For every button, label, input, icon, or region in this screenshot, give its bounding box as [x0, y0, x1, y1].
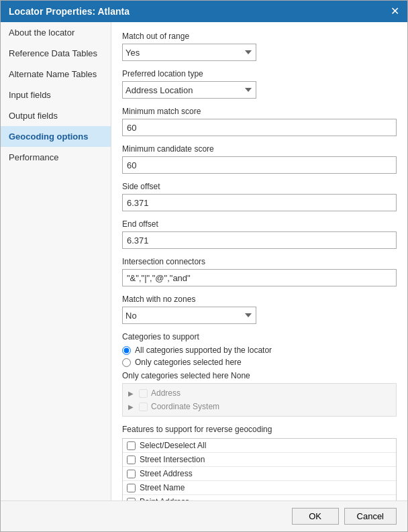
reverse-row-point-address: Point Address — [123, 495, 396, 500]
dialog-body: About the locator Reference Data Tables … — [1, 22, 407, 500]
match-no-zones-group: Match with no zones No Yes — [122, 295, 397, 324]
side-offset-input[interactable] — [122, 194, 397, 211]
radio-selected-categories: Only categories selected here — [122, 358, 397, 367]
reverse-label-street-intersection: Street Intersection — [140, 455, 205, 464]
reverse-checkbox-select-all[interactable] — [127, 441, 136, 450]
radio-all-categories-label: All categories supported by the locator — [135, 345, 272, 355]
reverse-row-street-address: Street Address — [123, 467, 396, 481]
preferred-location-type-group: Preferred location type Address Location… — [122, 69, 397, 99]
minimum-candidate-score-label: Minimum candidate score — [122, 144, 397, 154]
dialog-footer: OK Cancel — [1, 500, 407, 531]
sidebar-item-about[interactable]: About the locator — [1, 22, 111, 43]
sidebar-item-input[interactable]: Input fields — [1, 85, 111, 105]
minimum-match-score-group: Minimum match score — [122, 107, 397, 136]
match-out-of-range-label: Match out of range — [122, 32, 397, 41]
radio-selected-categories-label: Only categories selected here — [135, 358, 242, 367]
end-offset-label: End offset — [122, 219, 397, 229]
reverse-row-select-all: Select/Deselect All — [123, 439, 396, 453]
end-offset-group: End offset — [122, 219, 397, 249]
reverse-geocoding-table: Select/Deselect All Street Intersection … — [122, 438, 397, 500]
sidebar: About the locator Reference Data Tables … — [1, 22, 111, 500]
categories-tree: ▶ Address ▶ Coordinate System — [122, 383, 397, 417]
reverse-geocoding-title: Features to support for reverse geocodin… — [122, 425, 397, 434]
tree-item-address: ▶ Address — [125, 386, 393, 400]
minimum-match-score-label: Minimum match score — [122, 107, 397, 116]
end-offset-input[interactable] — [122, 231, 397, 249]
reverse-geocoding-group: Features to support for reverse geocodin… — [122, 425, 397, 500]
reverse-label-select-all: Select/Deselect All — [140, 441, 206, 450]
tree-checkbox-address[interactable] — [139, 389, 148, 398]
side-offset-label: Side offset — [122, 182, 397, 191]
intersection-connectors-group: Intersection connectors — [122, 257, 397, 286]
close-button[interactable]: ✕ — [391, 6, 399, 17]
intersection-connectors-input[interactable] — [122, 269, 397, 286]
match-out-of-range-select[interactable]: Yes No — [122, 44, 256, 61]
radio-all-categories-input[interactable] — [122, 346, 131, 355]
dialog-window: Locator Properties: Atlanta ✕ About the … — [0, 0, 408, 532]
cancel-button[interactable]: Cancel — [344, 508, 397, 525]
tree-arrow-address: ▶ — [128, 389, 136, 397]
reverse-checkbox-street-address[interactable] — [127, 470, 136, 478]
dialog-title: Locator Properties: Atlanta — [9, 6, 130, 17]
tree-label-address: Address — [151, 388, 181, 398]
categories-section: Categories to support All categories sup… — [122, 332, 397, 417]
reverse-row-street-name: Street Name — [123, 481, 396, 495]
ok-button[interactable]: OK — [292, 508, 339, 525]
title-bar: Locator Properties: Atlanta ✕ — [1, 1, 407, 22]
minimum-candidate-score-group: Minimum candidate score — [122, 144, 397, 174]
radio-all-categories: All categories supported by the locator — [122, 345, 397, 355]
minimum-match-score-input[interactable] — [122, 119, 397, 136]
minimum-candidate-score-input[interactable] — [122, 156, 397, 174]
sidebar-item-geocoding[interactable]: Geocoding options — [1, 126, 111, 147]
sidebar-item-alternate[interactable]: Alternate Name Tables — [1, 64, 111, 85]
tree-checkbox-coordinate[interactable] — [139, 403, 148, 411]
side-offset-group: Side offset — [122, 182, 397, 211]
reverse-label-street-name: Street Name — [140, 483, 185, 492]
match-out-of-range-group: Match out of range Yes No — [122, 32, 397, 61]
match-no-zones-select[interactable]: No Yes — [122, 307, 256, 324]
preferred-location-type-select[interactable]: Address Location Routing Location — [122, 81, 256, 99]
radio-selected-categories-input[interactable] — [122, 358, 131, 367]
reverse-checkbox-street-intersection[interactable] — [127, 456, 136, 464]
main-content: Match out of range Yes No Preferred loca… — [111, 22, 407, 500]
reverse-row-street-intersection: Street Intersection — [123, 453, 396, 467]
sidebar-item-performance[interactable]: Performance — [1, 147, 111, 168]
categories-sub-label: Only categories selected here None — [122, 371, 397, 380]
match-no-zones-label: Match with no zones — [122, 295, 397, 304]
reverse-checkbox-street-name[interactable] — [127, 484, 136, 492]
intersection-connectors-label: Intersection connectors — [122, 257, 397, 266]
reverse-label-street-address: Street Address — [140, 469, 193, 478]
sidebar-item-reference[interactable]: Reference Data Tables — [1, 43, 111, 64]
tree-item-coordinate: ▶ Coordinate System — [125, 400, 393, 413]
preferred-location-type-label: Preferred location type — [122, 69, 397, 78]
categories-title: Categories to support — [122, 332, 397, 341]
sidebar-item-output[interactable]: Output fields — [1, 105, 111, 126]
tree-label-coordinate: Coordinate System — [151, 402, 219, 411]
tree-arrow-coordinate: ▶ — [128, 403, 136, 411]
